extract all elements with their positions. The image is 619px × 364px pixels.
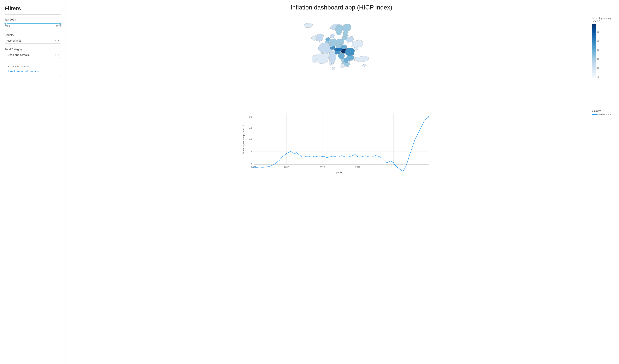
food-category-value: Bread and cereals [7,53,55,56]
chart-point [253,167,254,168]
food-category-clear-icon[interactable]: × [55,53,56,56]
slider-thumb-left[interactable] [4,22,7,25]
country-section: Country Netherlands × ▾ [5,33,61,43]
svg-text:0: 0 [251,163,252,166]
chart-section: 0 5 10 15 20 2005 2010 2015 2020 Percent… [70,110,613,360]
chart-point [393,162,394,163]
chart-legend-line-icon [592,114,598,115]
legend-value-3: 30 [597,58,599,60]
about-section: About this data set Link to more informa… [5,62,61,76]
sidebar-divider [5,14,61,14]
chart-legend-title: Country [592,110,611,112]
chart-point [357,156,358,157]
svg-text:2010: 2010 [284,166,289,169]
sidebar-title: Filters [5,5,61,12]
slider-max-label: 2023 [56,25,61,28]
chart-legend-country: Netherlands [599,113,611,116]
chart-legend-item: Netherlands [592,113,611,116]
slider-track [5,23,60,24]
food-category-select[interactable]: Bread and cereals × ▾ [5,52,61,58]
svg-text:5: 5 [251,150,252,153]
slider-fill [5,23,59,24]
date-range-slider[interactable]: 2005 2023 [5,22,61,29]
top-section: Percentage change m/m-12 60 50 40 30 20 … [70,15,613,104]
legend-value-6: 60 [597,31,599,33]
slider-labels: 2005 2023 [5,25,61,28]
chart-point [286,153,287,154]
country-value: Netherlands [7,39,55,42]
legend-title: Percentage change m/m-12 [592,17,613,23]
slider-thumb-right[interactable] [59,22,61,25]
country-select-controls: × ▾ [55,39,59,42]
country-label: Country [5,33,61,37]
map-container [70,15,590,104]
slider-min-label: 2005 [5,25,10,28]
date-range-label: Jan 2023 [5,18,61,21]
country-select[interactable]: Netherlands × ▾ [5,38,61,43]
chart-point [428,116,429,118]
legend-value-5: 50 [597,40,599,42]
food-category-dropdown-icon[interactable]: ▾ [58,54,59,56]
chart-wrapper: 0 5 10 15 20 2005 2010 2015 2020 Percent… [70,110,613,175]
food-category-section: Food Category Bread and cereals × ▾ [5,48,61,58]
date-range-section: Jan 2023 2005 2023 [5,18,61,29]
legend-value-2: 20 [597,67,599,69]
svg-text:10: 10 [249,138,252,140]
chart-legend: Country Netherlands [592,110,611,116]
legend-container: Percentage change m/m-12 60 50 40 30 20 … [592,15,613,79]
main-content: Inflation dashboard app (HICP index) [66,0,619,364]
svg-text:15: 15 [249,126,252,129]
about-link[interactable]: Link to more information [8,70,39,73]
page-title: Inflation dashboard app (HICP index) [70,4,613,11]
about-label: About this data set [8,65,58,68]
europe-map [70,15,590,104]
legend-gradient [592,24,596,78]
svg-text:2015: 2015 [320,166,325,169]
svg-text:20: 20 [249,116,252,118]
food-category-select-controls: × ▾ [55,53,59,56]
line-chart: 0 5 10 15 20 2005 2010 2015 2020 Percent… [70,110,613,175]
legend-value-1: 10 [597,76,599,78]
chart-point [322,156,323,157]
food-category-label: Food Category [5,48,61,51]
sidebar: Filters Jan 2023 2005 2023 Country Nethe… [0,0,66,364]
svg-text:period: period [336,171,343,174]
svg-text:2020: 2020 [355,166,360,169]
legend-value-4: 40 [597,49,599,51]
svg-text:Percentage change m/m-12: Percentage change m/m-12 [242,125,245,154]
country-clear-icon[interactable]: × [55,39,56,42]
country-dropdown-icon[interactable]: ▾ [58,39,59,42]
